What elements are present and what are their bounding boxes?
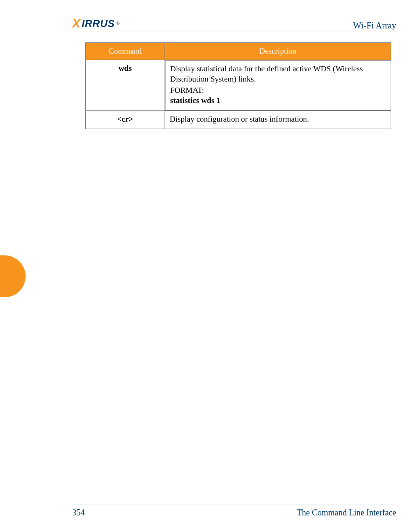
description-cell: Display configuration or status informat… <box>165 111 391 129</box>
format-value: statistics wds 1 <box>170 96 386 106</box>
table-header-row: Command Description <box>86 43 391 60</box>
page-content: XIRRUS® Wi-Fi Array Command Description … <box>72 16 396 129</box>
command-cell: wds <box>86 60 165 111</box>
section-title: The Command Line Interface <box>297 508 396 518</box>
column-header-command: Command <box>86 43 165 60</box>
command-cell: <cr> <box>86 111 165 129</box>
command-table: Command Description wds Display statisti… <box>85 42 391 129</box>
column-header-description: Description <box>165 43 391 60</box>
registered-icon: ® <box>116 21 120 26</box>
xirrus-logo: XIRRUS® <box>72 16 120 31</box>
page-header: XIRRUS® Wi-Fi Array <box>72 16 396 32</box>
section-tab-marker-icon <box>0 255 26 297</box>
description-text: Display statistical data for the defined… <box>170 64 386 84</box>
footer-rule <box>72 505 396 505</box>
description-cell: Display statistical data for the defined… <box>165 60 391 110</box>
page-number: 354 <box>72 508 85 518</box>
description-text: Display configuration or status informat… <box>170 115 309 123</box>
table-row: wds Display statistical data for the def… <box>86 60 391 111</box>
page-footer: 354 The Command Line Interface <box>72 505 396 518</box>
table-row: <cr> Display configuration or status inf… <box>86 111 391 129</box>
logo-x-letter: X <box>72 16 80 31</box>
footer-row: 354 The Command Line Interface <box>72 508 396 518</box>
document-title: Wi-Fi Array <box>353 21 396 31</box>
format-label: FORMAT: <box>170 85 386 96</box>
logo-brand-text: IRRUS <box>82 18 115 30</box>
